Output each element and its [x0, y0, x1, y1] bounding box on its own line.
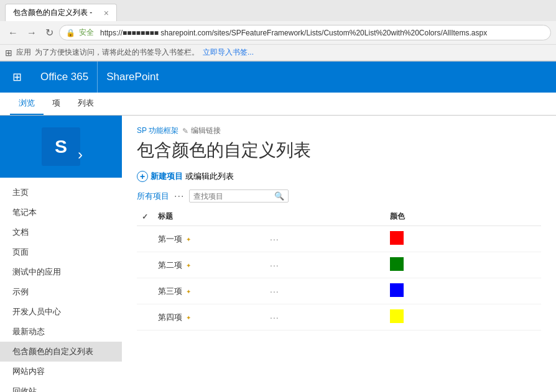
tab-bar: 包含颜色的自定义列表 - × [0, 0, 556, 21]
row-check [137, 252, 153, 278]
breadcrumb-edit[interactable]: ✎ 编辑链接 [182, 125, 221, 136]
main-content: SP 功能框架 ✎ 编辑链接 包含颜色的自定义列表 + 新建项目 或编辑此列表 … [122, 116, 556, 392]
row-title: 第四项 ✦ [153, 304, 265, 330]
view-dots[interactable]: ··· [174, 191, 184, 202]
row-color [385, 278, 541, 304]
active-tab[interactable]: 包含颜色的自定义列表 - × [5, 4, 117, 21]
row-check [137, 278, 153, 304]
row-color [385, 226, 541, 252]
item-title-link[interactable]: 第三项 [158, 286, 182, 296]
tab-item[interactable]: 项 [44, 93, 69, 115]
new-item-link[interactable]: 新建项目 [151, 171, 183, 182]
row-check [137, 304, 153, 330]
logo-letter: S [55, 136, 67, 157]
item-actions-menu[interactable]: ··· [270, 286, 279, 296]
row-dots: ··· [265, 278, 385, 304]
table-row: 第四项 ✦ ··· [137, 304, 541, 330]
row-color [385, 304, 541, 330]
table-row: 第一项 ✦ ··· [137, 226, 541, 252]
new-item-bar: + 新建项目 或编辑此列表 [137, 171, 541, 182]
address-text: https://■■■■■■■■ sharepoint.com/sites/SP… [100, 29, 544, 37]
th-title: 标题 [153, 207, 265, 226]
browser-chrome: 包含颜色的自定义列表 - × ← → ↻ 🔒 安全 https://■■■■■■… [0, 0, 556, 62]
forward-button[interactable]: → [24, 26, 40, 40]
nav-items: 主页 笔记本 文档 页面 测试中的应用 示例 开发人员中心 最新动态 包含颜色的… [0, 183, 122, 392]
tab-close-button[interactable]: × [104, 8, 109, 18]
check-mark: ✓ [142, 212, 148, 221]
new-item-plus-icon[interactable]: + [137, 171, 148, 182]
nav-custom-list[interactable]: 包含颜色的自定义列表 [0, 342, 122, 362]
ribbon: 浏览 项 列表 [0, 93, 556, 116]
logo-arrow: › [78, 146, 83, 163]
left-nav: S › 主页 笔记本 文档 页面 测试中的应用 示例 开发人员中心 最新动态 包… [0, 116, 122, 392]
apps-label: 应用 [16, 47, 31, 58]
nav-test-apps[interactable]: 测试中的应用 [0, 262, 122, 282]
th-color: 颜色 [385, 207, 541, 226]
table-row: 第二项 ✦ ··· [137, 252, 541, 278]
breadcrumb-link[interactable]: SP 功能框架 [137, 125, 178, 136]
reload-button[interactable]: ↻ [42, 25, 57, 40]
view-selector[interactable]: 所有项目 [137, 191, 169, 202]
tab-list[interactable]: 列表 [69, 93, 103, 115]
breadcrumb-edit-label: 编辑链接 [191, 125, 221, 136]
item-star-icon: ✦ [186, 236, 191, 243]
list-table: ✓ 标题 颜色 第一项 ✦ ··· 第二项 ✦ ··· [137, 207, 541, 330]
pencil-icon-breadcrumb: ✎ [182, 127, 188, 135]
tab-title: 包含颜色的自定义列表 - [13, 7, 99, 18]
row-dots: ··· [265, 304, 385, 330]
breadcrumb: SP 功能框架 ✎ 编辑链接 [137, 125, 541, 136]
row-color [385, 252, 541, 278]
th-check: ✓ [137, 207, 153, 226]
item-title-link[interactable]: 第四项 [158, 312, 182, 322]
search-box: 🔍 [189, 189, 289, 203]
item-star-icon: ✦ [186, 262, 191, 269]
tab-browse[interactable]: 浏览 [10, 93, 44, 115]
item-actions-menu[interactable]: ··· [270, 260, 279, 270]
list-toolbar: 所有项目 ··· 🔍 [137, 189, 541, 203]
item-title-link[interactable]: 第一项 [158, 234, 182, 244]
nav-dev-center[interactable]: 开发人员中心 [0, 302, 122, 322]
suite-bar: Office 365 SharePoint [32, 62, 159, 93]
bookmark-import-link[interactable]: 立即导入书签... [203, 47, 254, 58]
row-title: 第二项 ✦ [153, 252, 265, 278]
row-title: 第三项 ✦ [153, 278, 265, 304]
nav-examples[interactable]: 示例 [0, 282, 122, 302]
nav-recycle[interactable]: 回收站 [0, 381, 122, 392]
nav-latest[interactable]: 最新动态 [0, 322, 122, 342]
apps-icon: ⊞ [5, 48, 12, 58]
ribbon-tabs: 浏览 项 列表 [0, 93, 556, 115]
search-input[interactable] [193, 192, 274, 201]
sp-header: ⊞ Office 365 SharePoint [0, 62, 556, 93]
item-actions-menu[interactable]: ··· [270, 312, 279, 322]
color-swatch [390, 309, 404, 323]
bookmark-prompt: 为了方便快速访问，请将此处的书签导入书签栏。 [35, 47, 199, 58]
waffle-icon[interactable]: ⊞ [10, 68, 24, 86]
address-bar[interactable]: 🔒 安全 https://■■■■■■■■ sharepoint.com/sit… [59, 25, 551, 40]
nav-home[interactable]: 主页 [0, 183, 122, 203]
color-swatch [390, 283, 404, 297]
suite-name[interactable]: Office 365 [32, 62, 98, 93]
nav-docs[interactable]: 文档 [0, 222, 122, 242]
search-icon[interactable]: 🔍 [274, 191, 284, 201]
nav-pages[interactable]: 页面 [0, 242, 122, 262]
item-star-icon: ✦ [186, 314, 191, 321]
new-item-rest: 或编辑此列表 [185, 171, 234, 182]
item-actions-menu[interactable]: ··· [270, 234, 279, 244]
item-star-icon: ✦ [186, 288, 191, 295]
sp-logo-box: S › [42, 127, 80, 166]
item-title-link[interactable]: 第二项 [158, 260, 182, 270]
page-layout: S › 主页 笔记本 文档 页面 测试中的应用 示例 开发人员中心 最新动态 包… [0, 116, 556, 392]
lock-icon: 🔒 [66, 29, 75, 37]
bookmarks-bar: ⊞ 应用 为了方便快速访问，请将此处的书签导入书签栏。 立即导入书签... [0, 45, 556, 61]
nav-site-contents[interactable]: 网站内容 [0, 362, 122, 381]
app-name[interactable]: SharePoint [106, 71, 159, 83]
sp-logo-area: S › [0, 116, 122, 178]
row-check [137, 226, 153, 252]
nav-notebook[interactable]: 笔记本 [0, 203, 122, 222]
nav-bar: ← → ↻ 🔒 安全 https://■■■■■■■■ sharepoint.c… [0, 21, 556, 45]
color-swatch [390, 231, 404, 245]
th-actions [265, 207, 385, 226]
table-header-row: ✓ 标题 颜色 [137, 207, 541, 226]
color-swatch [390, 257, 404, 271]
back-button[interactable]: ← [5, 26, 21, 40]
